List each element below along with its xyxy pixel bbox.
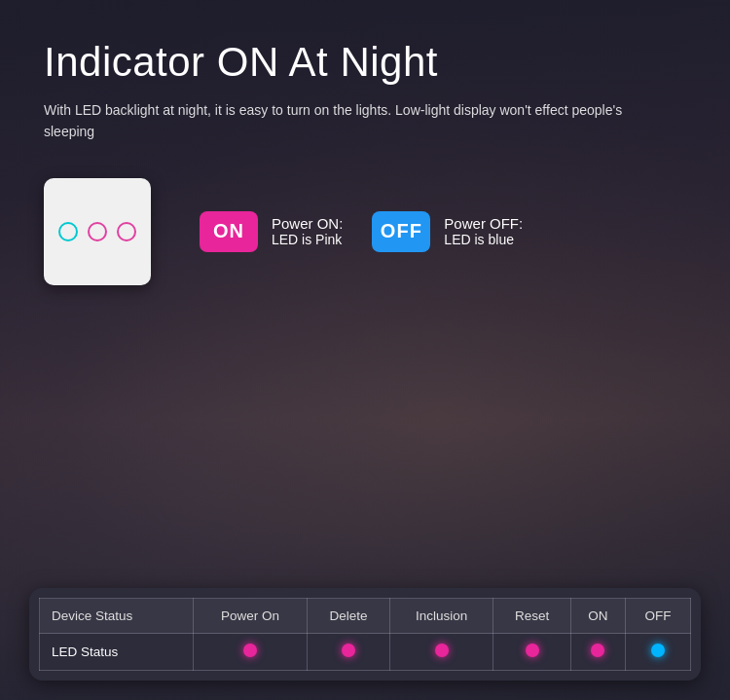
off-badge-text: Power OFF: LED is blue — [444, 215, 523, 247]
led-dot-2 — [342, 644, 355, 657]
led-reset — [493, 634, 570, 671]
on-badge-item: ON Power ON: LED is Pink — [200, 211, 343, 252]
col-delete: Delete — [307, 599, 389, 634]
table-header-row: Device Status Power On Delete Inclusion … — [40, 599, 691, 634]
table-row: LED Status — [40, 634, 691, 671]
col-reset: Reset — [493, 599, 570, 634]
row-label: LED Status — [40, 634, 194, 671]
page-title: Indicator ON At Night — [44, 39, 686, 86]
switch-dot-2 — [88, 222, 107, 241]
led-dot-4 — [526, 644, 539, 657]
col-device-status: Device Status — [40, 599, 194, 634]
demo-section: ON Power ON: LED is Pink OFF Power OFF: … — [44, 178, 686, 285]
on-badge-text: Power ON: LED is Pink — [272, 215, 343, 247]
col-power-on: Power On — [194, 599, 308, 634]
off-sub: LED is blue — [444, 232, 523, 247]
led-dot-5 — [591, 644, 604, 657]
col-inclusion: Inclusion — [389, 599, 493, 634]
on-label: Power ON: — [272, 215, 343, 232]
table-card: Device Status Power On Delete Inclusion … — [29, 588, 701, 681]
main-content: Indicator ON At Night With LED backlight… — [0, 0, 730, 285]
on-badge: ON — [200, 211, 258, 252]
led-inclusion — [389, 634, 493, 671]
off-badge-item: OFF Power OFF: LED is blue — [372, 211, 523, 252]
switch-device — [44, 178, 151, 285]
switch-dot-1 — [58, 222, 78, 241]
badge-row: ON Power ON: LED is Pink OFF Power OFF: … — [200, 211, 523, 252]
led-on — [570, 634, 625, 671]
col-on: ON — [570, 599, 625, 634]
page-subtitle: With LED backlight at night, it is easy … — [44, 99, 667, 143]
status-table: Device Status Power On Delete Inclusion … — [39, 598, 691, 671]
switch-dot-3 — [117, 222, 136, 241]
col-off: OFF — [626, 599, 691, 634]
led-dot-1 — [243, 644, 257, 657]
off-label: Power OFF: — [444, 215, 523, 232]
led-dot-6 — [651, 644, 665, 657]
off-badge: OFF — [372, 211, 430, 252]
led-delete — [307, 634, 389, 671]
led-power-on — [194, 634, 308, 671]
led-off — [626, 634, 691, 671]
led-dot-3 — [435, 644, 449, 657]
on-sub: LED is Pink — [272, 232, 343, 247]
